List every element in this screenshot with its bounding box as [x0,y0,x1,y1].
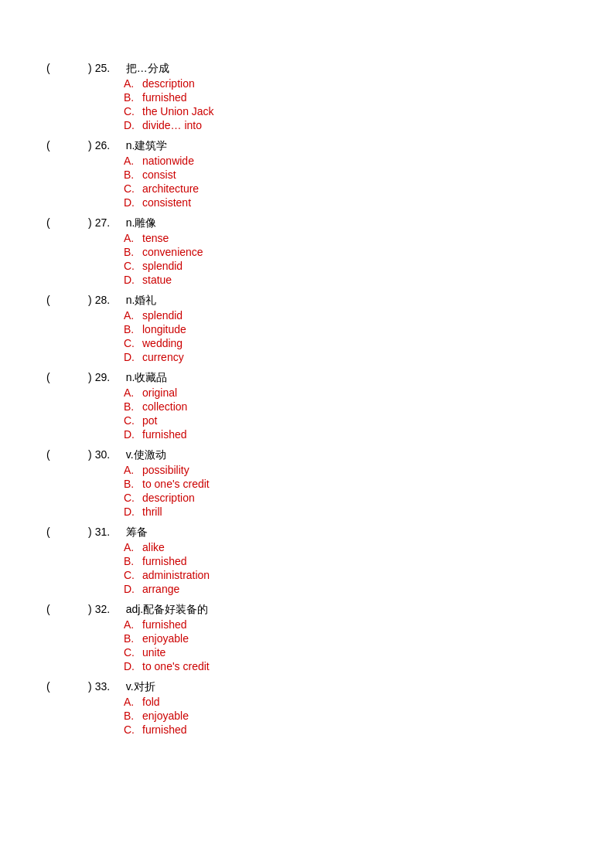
option-row-27-1[interactable]: B.convenience [124,246,568,258]
option-row-26-3[interactable]: D.consistent [124,196,568,209]
paren-right-29: ) [88,371,92,383]
options-block-25: A.descriptionB.furnishedC.the Union Jack… [124,77,568,131]
option-text-28-3: currency [142,351,184,363]
option-row-26-0[interactable]: A.nationwide [124,155,568,167]
option-row-29-1[interactable]: B.collection [124,400,568,413]
options-block-27: A.tenseB.convenienceC. splendidD.statue [124,232,568,286]
question-number-29: 29. [95,371,126,383]
question-number-28: 28. [95,294,126,306]
option-text-30-2: description [142,492,195,504]
option-letter-33-1: B. [124,710,142,722]
option-text-25-2: the Union Jack [142,105,214,117]
paren-right-33: ) [88,680,92,693]
option-letter-29-2: C. [124,414,142,427]
paren-right-26: ) [88,139,92,151]
option-text-31-3: arrange [142,583,179,595]
answer-blank-30[interactable] [65,448,88,461]
option-letter-31-1: B. [124,555,142,567]
option-row-28-1[interactable]: B.longitude [124,323,568,335]
option-text-25-1: furnished [142,91,187,104]
paren-right-25: ) [88,62,92,74]
option-text-30-1: to one's credit [142,478,210,490]
option-row-31-2[interactable]: C.administration [124,569,568,581]
question-header-26: ( )26.n.建筑学 [46,139,568,153]
question-header-27: ( )27.n.雕像 [46,216,568,230]
option-text-30-0: possibility [142,464,189,476]
option-row-26-2[interactable]: C.architecture [124,182,568,195]
option-letter-29-1: B. [124,400,142,413]
option-row-31-3[interactable]: D.arrange [124,583,568,595]
option-letter-28-0: A. [124,309,142,322]
option-row-30-2[interactable]: C.description [124,492,568,504]
paren-right-32: ) [88,603,92,615]
option-text-27-1: convenience [142,246,203,258]
option-row-33-1[interactable]: B.enjoyable [124,710,568,722]
option-row-25-1[interactable]: B.furnished [124,91,568,104]
option-row-25-0[interactable]: A.description [124,77,568,90]
option-text-33-1: enjoyable [142,710,189,722]
paren-left-29: ( [46,371,62,383]
option-text-31-1: furnished [142,555,187,567]
answer-blank-25[interactable] [65,62,88,74]
paren-left-28: ( [46,294,62,306]
option-row-33-2[interactable]: C.furnished [124,723,568,736]
option-row-31-0[interactable]: A.alike [124,541,568,553]
answer-blank-32[interactable] [65,603,88,615]
options-block-31: A.alikeB.furnishedC.administrationD.arra… [124,541,568,595]
answer-blank-26[interactable] [65,139,88,151]
option-row-28-3[interactable]: D.currency [124,351,568,363]
paren-right-30: ) [88,448,92,461]
option-row-25-3[interactable]: D.divide… into [124,119,568,131]
questions-container: ( )25.把…分成A.descriptionB.furnishedC.the … [46,62,568,736]
option-letter-26-3: D. [124,196,142,209]
option-letter-32-3: D. [124,660,142,672]
option-row-32-0[interactable]: A.furnished [124,618,568,631]
question-header-33: ( )33.v.对折 [46,680,568,694]
paren-right-28: ) [88,294,92,306]
option-row-28-0[interactable]: A. splendid [124,309,568,322]
option-row-31-1[interactable]: B.furnished [124,555,568,567]
option-row-27-3[interactable]: D.statue [124,274,568,286]
option-row-32-3[interactable]: D.to one's credit [124,660,568,672]
option-text-31-0: alike [142,541,165,553]
option-row-30-1[interactable]: B.to one's credit [124,478,568,490]
answer-blank-29[interactable] [65,371,88,383]
question-number-26: 26. [95,139,126,151]
option-row-32-1[interactable]: B.enjoyable [124,632,568,645]
question-meaning-30: v.使激动 [126,448,166,462]
option-row-27-2[interactable]: C. splendid [124,260,568,272]
option-row-29-0[interactable]: A.original [124,386,568,399]
option-letter-32-0: A. [124,618,142,631]
option-row-28-2[interactable]: C.wedding [124,337,568,349]
option-letter-31-3: D. [124,583,142,595]
option-letter-30-3: D. [124,505,142,518]
option-letter-27-2: C. [124,260,142,272]
option-row-27-0[interactable]: A.tense [124,232,568,244]
answer-blank-31[interactable] [65,526,88,538]
option-row-33-0[interactable]: A.fold [124,696,568,708]
option-row-25-2[interactable]: C.the Union Jack [124,105,568,117]
question-header-25: ( )25.把…分成 [46,62,568,76]
option-row-30-0[interactable]: A.possibility [124,464,568,476]
paren-left-30: ( [46,448,62,461]
option-text-33-2: furnished [142,723,187,736]
question-meaning-25: 把…分成 [126,62,169,76]
option-row-32-2[interactable]: C.unite [124,646,568,659]
answer-blank-28[interactable] [65,294,88,306]
option-row-26-1[interactable]: B.consist [124,168,568,181]
option-letter-29-0: A. [124,386,142,399]
paren-left-32: ( [46,603,62,615]
option-letter-27-1: B. [124,246,142,258]
option-row-29-3[interactable]: D.furnished [124,428,568,441]
option-text-29-2: pot [142,414,157,427]
option-letter-28-2: C. [124,337,142,349]
option-letter-25-0: A. [124,77,142,90]
answer-blank-27[interactable] [65,216,88,229]
option-row-30-3[interactable]: D.thrill [124,505,568,518]
option-letter-30-2: C. [124,492,142,504]
option-row-29-2[interactable]: C.pot [124,414,568,427]
option-letter-32-1: B. [124,632,142,645]
answer-blank-33[interactable] [65,680,88,693]
options-block-32: A.furnishedB.enjoyableC.uniteD.to one's … [124,618,568,672]
question-meaning-31: 筹备 [126,526,148,540]
